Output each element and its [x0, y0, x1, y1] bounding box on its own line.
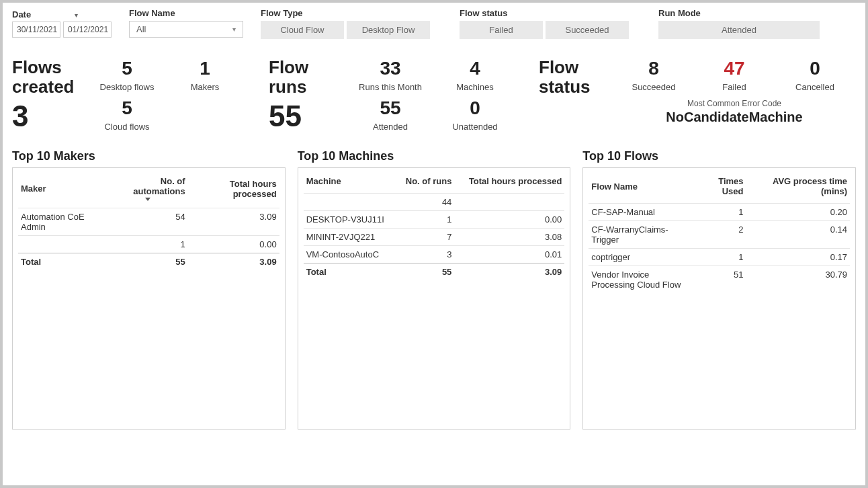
filter-flow-status-label: Flow status	[460, 8, 641, 18]
filter-run-mode: Run Mode Attended	[658, 8, 826, 39]
card-top-machines-title: Top 10 Machines	[298, 149, 571, 163]
kpi-failed-value: 47	[704, 58, 765, 79]
table-row[interactable]: DESKTOP-V3UJ11I 1 0.00	[304, 211, 565, 229]
chevron-down-icon[interactable]: ▾	[75, 11, 78, 19]
filter-flow-name: Flow Name All ▾	[129, 8, 243, 38]
flow-status-failed-button[interactable]: Failed	[460, 21, 543, 39]
kpi-unattended-label: Unattended	[445, 122, 505, 132]
card-top-machines: Top 10 Machines Machine No. of runs Tota…	[298, 149, 571, 430]
kpi-flows-created-title: Flows created	[12, 58, 79, 96]
table-total-row: Total 55 3.09	[304, 263, 565, 281]
tables-row: Top 10 Makers Maker No. of automations T…	[12, 149, 856, 430]
kpi-runs-month-label: Runs this Month	[353, 82, 427, 92]
flow-type-desktop-button[interactable]: Desktop Flow	[347, 21, 430, 39]
run-mode-attended-button[interactable]: Attended	[658, 21, 820, 39]
kpi-row: Flows created 3 5 Desktop flows 5 Cloud …	[12, 58, 856, 132]
kpi-attended-label: Attended	[353, 122, 427, 132]
card-top-flows: Top 10 Flows Flow Name Times Used AVG pr…	[582, 149, 856, 430]
kpi-flow-status: Flow status 8 Succeeded 47 Failed 0 Canc…	[539, 58, 845, 132]
kpi-desktop-flows-value: 5	[97, 58, 157, 79]
table-row[interactable]: CF-SAP-Manual 1 0.20	[589, 204, 850, 221]
th-hours[interactable]: Total hours processed	[188, 172, 279, 208]
chevron-down-icon: ▾	[232, 26, 236, 33]
flow-status-succeeded-button[interactable]: Succeeded	[546, 21, 629, 39]
kpi-flow-status-title: Flow status	[539, 58, 606, 96]
date-from-input[interactable]: 30/11/2021	[12, 22, 60, 38]
th-maker[interactable]: Maker	[18, 172, 107, 208]
filter-flow-status: Flow status Failed Succeeded	[460, 8, 641, 39]
kpi-runs-month-value: 33	[353, 58, 427, 79]
kpi-succeeded-label: Succeeded	[623, 82, 684, 92]
kpi-flows-created: Flows created 3 5 Desktop flows 5 Cloud …	[12, 58, 235, 132]
kpi-flow-runs-title: Flow runs	[269, 58, 336, 96]
kpi-cancelled-label: Cancelled	[785, 82, 845, 92]
kpi-machines-value: 4	[445, 58, 505, 79]
kpi-cloud-flows-value: 5	[97, 97, 157, 119]
date-to-input[interactable]: 01/12/2021	[63, 22, 112, 38]
kpi-makers-value: 1	[175, 58, 235, 79]
card-top-makers: Top 10 Makers Maker No. of automations T…	[12, 149, 286, 430]
table-flows: Flow Name Times Used AVG process time (m…	[589, 172, 850, 293]
kpi-error-caption: Most Common Error Code	[666, 99, 802, 108]
filter-bar: Date ▾ 30/11/2021 01/12/2021 Flow Name A…	[12, 8, 856, 39]
kpi-cloud-flows-label: Cloud flows	[97, 122, 157, 132]
filter-flow-type: Flow Type Cloud Flow Desktop Flow	[261, 8, 442, 39]
table-row[interactable]: Automation CoE Admin 54 3.09	[18, 208, 279, 236]
th-times-used[interactable]: Times Used	[693, 172, 746, 204]
th-runs[interactable]: No. of runs	[397, 172, 455, 194]
kpi-makers-label: Makers	[175, 82, 235, 92]
table-row[interactable]: coptrigger 1 0.17	[589, 249, 850, 266]
th-machine[interactable]: Machine	[304, 172, 397, 194]
table-row[interactable]: VM-ContosoAutoC 3 0.01	[304, 246, 565, 263]
kpi-failed-label: Failed	[704, 82, 765, 92]
filter-flow-type-label: Flow Type	[261, 8, 442, 18]
card-top-makers-title: Top 10 Makers	[12, 149, 286, 163]
card-top-flows-title: Top 10 Flows	[582, 149, 856, 163]
th-hours2[interactable]: Total hours processed	[454, 172, 564, 194]
kpi-succeeded-value: 8	[623, 58, 684, 79]
filter-date: Date ▾ 30/11/2021 01/12/2021	[12, 8, 112, 38]
kpi-cancelled-value: 0	[785, 58, 845, 79]
kpi-attended-value: 55	[353, 97, 427, 119]
table-row[interactable]: CF-WarranyClaims-Trigger 2 0.14	[589, 221, 850, 249]
sort-desc-icon	[145, 198, 150, 201]
table-machines: Machine No. of runs Total hours processe…	[304, 172, 565, 280]
filter-date-label: Date	[12, 9, 31, 19]
table-row[interactable]: 44	[304, 194, 565, 211]
table-total-row: Total 55 3.09	[18, 253, 279, 271]
table-makers: Maker No. of automations Total hours pro…	[18, 172, 279, 270]
kpi-unattended-value: 0	[445, 97, 505, 119]
table-row[interactable]: Vendor Invoice Processing Cloud Flow 51 …	[589, 266, 850, 294]
kpi-error-value: NoCandidateMachine	[666, 110, 802, 125]
flow-name-dropdown[interactable]: All ▾	[129, 21, 243, 38]
filter-flow-name-label: Flow Name	[129, 8, 243, 18]
filter-run-mode-label: Run Mode	[658, 8, 826, 18]
flow-name-value: All	[136, 24, 146, 34]
table-row[interactable]: MININT-2VJQ221 7 3.08	[304, 229, 565, 246]
th-flow-name[interactable]: Flow Name	[589, 172, 693, 204]
kpi-desktop-flows-label: Desktop flows	[97, 82, 157, 92]
flow-type-cloud-button[interactable]: Cloud Flow	[261, 21, 344, 39]
kpi-flow-runs: Flow runs 55 33 Runs this Month 55 Atten…	[269, 58, 505, 132]
th-avg-time[interactable]: AVG process time (mins)	[746, 172, 850, 204]
kpi-flow-runs-value: 55	[269, 101, 336, 131]
kpi-machines-label: Machines	[445, 82, 505, 92]
table-row[interactable]: 1 0.00	[18, 236, 279, 253]
kpi-flows-created-value: 3	[12, 101, 79, 131]
th-automations[interactable]: No. of automations	[107, 172, 188, 208]
